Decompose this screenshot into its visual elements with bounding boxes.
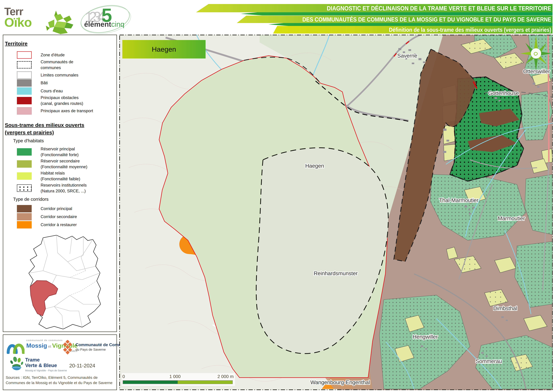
scale-label-2000: 2 000 m — [217, 374, 234, 379]
footer-logos-panel: communauté de communes Mossig et Vignobl… — [3, 335, 117, 390]
legend-item-corridor-secondaire: Corridor secondaire — [3, 213, 117, 221]
banner-accent-strip-2 — [269, 22, 553, 26]
tvb-sub: Mossig et Vignoble - Pays de Saverne — [25, 369, 67, 372]
tvb-line2: Verte & Bleue — [25, 363, 67, 368]
limites-label: Limites communales — [41, 72, 78, 78]
map-date: 20-11-2024 — [69, 363, 95, 369]
legend-panel: Territoire Zone d'étude Communautés deco… — [3, 35, 117, 332]
map-document-page: Terr Oïko 12345 élémentcinq DIAGNOSTIC E… — [0, 0, 555, 392]
soustrame-title-line1: Sous-trame des milieux ouverts — [5, 121, 84, 129]
tvb-line1: Trame — [25, 357, 67, 363]
map-label-gottenhouse: Gottenhouse — [488, 90, 519, 96]
trame-verte-bleue-logo-icon — [10, 357, 24, 371]
limites-swatch — [17, 71, 32, 79]
legend-item-reservoirs-institutionnels: Reservoirs institutionnels(Natura 2000, … — [3, 182, 117, 194]
scale-bar-segments — [123, 380, 233, 384]
scale-label-1000: 1 000 — [169, 374, 181, 379]
map-label-haegen: Haegen — [305, 163, 324, 169]
legend-habitats-title: Type d'habitats — [13, 138, 44, 143]
banner-subtitle-text: Définition de la sous-trame des milieux … — [389, 26, 553, 33]
soustrame-title-line2: (vergers et prairies) — [5, 129, 84, 136]
reservoir-principal-label2: (Fonctionnalité forte) — [41, 152, 79, 158]
cours-eau-label: Cours d'eau — [41, 88, 63, 94]
legend-territoire-title: Territoire — [5, 41, 28, 47]
map-label-reinhardsmunster: Reinhardsmunster — [314, 270, 358, 276]
terroiko-logo: Terr Oïko — [4, 7, 32, 28]
scale-segment-dark — [123, 381, 178, 384]
corridor-secondaire-swatch — [17, 213, 32, 221]
legend-item-zone-etude: Zone d'étude — [3, 51, 117, 59]
banner-subtitle: Définition de la sous-trame des milieux … — [273, 26, 553, 34]
map-label-marmoutier: Marmoutier — [498, 215, 525, 221]
axes-swatch — [17, 107, 32, 114]
legend-item-cours-eau: Cours d'eau — [3, 87, 117, 95]
zone-etude-label: Zone d'étude — [41, 52, 65, 58]
map-label-saverne: Saverne — [397, 53, 417, 59]
banner-title-line1: DIAGNOSTIC ET DÉCLINAISON DE LA TRAME VE… — [196, 4, 553, 12]
legend-item-habitat-relais: Habitat relais(Fonctionnalité faible) — [3, 170, 117, 182]
habitat-relais-label: Habitat relais — [41, 170, 80, 176]
banner-accent-strip-1 — [241, 12, 553, 15]
legend-item-corridor-principal: Corridor principal — [3, 205, 117, 213]
legend-item-reservoir-principal: Réservoir principal(Fonctionnalité forte… — [3, 146, 117, 158]
habitat-relais-label2: (Fonctionnalité faible) — [41, 176, 80, 182]
scale-bar: 0 1 000 2 000 m — [122, 373, 235, 386]
corridor-restaurer-label: Corridor à restaurer — [41, 222, 77, 228]
obstacles-label: Principaux obstacles — [41, 95, 83, 101]
frog-icon — [44, 9, 76, 35]
legend-item-communautes: Communautés decommunes — [3, 59, 117, 71]
map-label-thal-marmoutier: Thal-Marmoutier — [439, 197, 478, 203]
reservoir-secondaire-swatch — [17, 160, 32, 168]
legend-item-bati: Bâti — [3, 79, 117, 87]
scale-label-0: 0 — [122, 374, 125, 379]
elementcinq-word: élément — [84, 20, 111, 28]
overview-minimap — [9, 233, 105, 331]
zone-etude-swatch — [17, 51, 32, 59]
reservoirs-institutionnels-label2: (Natura 2000, SRCE, ...) — [41, 188, 87, 194]
main-map: SaverneOtterswillerGottenhouseHaegenThal… — [119, 35, 553, 390]
legend-soustrame-title: Sous-trame des milieux ouverts (vergers … — [5, 121, 84, 136]
map-title-box: Haegen — [122, 40, 205, 58]
communautes-swatch — [17, 61, 32, 69]
map-label-otterswiller: Otterswiller — [523, 68, 550, 74]
reservoir-secondaire-label: Réservoir secondaire — [41, 158, 88, 164]
reservoirs-institutionnels-label: Reservoirs institutionnels — [41, 182, 87, 188]
communautes-label2: communes — [41, 65, 73, 71]
bati-swatch — [17, 79, 32, 87]
elementcinq-cinq: cinq — [111, 20, 124, 28]
banner-title-line2-text: DES COMMUNAUTÉS DE COMMUNES DE LA MOSSIG… — [302, 16, 553, 23]
obstacles-swatch — [17, 97, 32, 104]
obstacles-label2: (canal, grandes routes) — [41, 101, 83, 107]
map-label-sommerau: Sommerau — [476, 358, 502, 364]
corridor-principal-label: Corridor principal — [41, 206, 72, 212]
terroiko-logo-terr: Terr — [4, 7, 32, 16]
legend-item-reservoir-secondaire: Réservoir secondaire(Fonctionnalité moye… — [3, 158, 117, 170]
corridor-principal-swatch — [17, 205, 32, 212]
map-label-hengwiller: Hengwiller — [413, 334, 438, 340]
elementcinq-logo: 12345 élémentcinq — [77, 3, 140, 35]
trame-verte-bleue-logo-text: Trame Verte & Bleue Mossig et Vignoble -… — [25, 357, 67, 372]
reservoirs-institutionnels-swatch — [17, 185, 32, 192]
pays-saverne-logo-icon — [61, 340, 74, 356]
axes-label: Principaux axes de transport — [41, 108, 93, 114]
banner-title-line1-text: DIAGNOSTIC ET DÉCLINAISON DE LA TRAME VE… — [327, 5, 553, 12]
scale-segment-light — [178, 381, 232, 384]
sources-text: Sources : IGN, TerrOïko, Elément 5, Comm… — [6, 375, 114, 385]
corridor-restaurer-swatch — [17, 221, 32, 228]
habitat-relais-swatch — [17, 172, 32, 180]
corridor-secondaire-label: Corridor secondaire — [41, 214, 77, 220]
reservoir-principal-swatch — [17, 148, 32, 156]
banner-title-line2: DES COMMUNAUTÉS DE COMMUNES DE LA MOSSIG… — [237, 16, 553, 23]
bati-label: Bâti — [41, 80, 48, 86]
communautes-label: Communautés de — [41, 59, 73, 65]
legend-item-axes: Principaux axes de transport — [3, 107, 117, 115]
terroiko-logo-oiko: Oïko — [4, 16, 32, 28]
legend-corridors-title: Type de corridors — [13, 197, 49, 202]
map-label-wangenbourg-engenthal: Wangenbourg-Engenthal — [310, 379, 370, 385]
reservoir-principal-label: Réservoir principal — [41, 146, 79, 152]
reservoir-secondaire-label2: (Fonctionnalité moyenne) — [41, 164, 88, 170]
legend-item-corridor-restaurer: Corridor à restaurer — [3, 221, 117, 229]
mossig-name: Mossig — [26, 342, 47, 349]
legend-item-obstacles: Principaux obstacles(canal, grandes rout… — [3, 95, 117, 107]
mossig-vignoble-logo-icon — [7, 339, 24, 354]
